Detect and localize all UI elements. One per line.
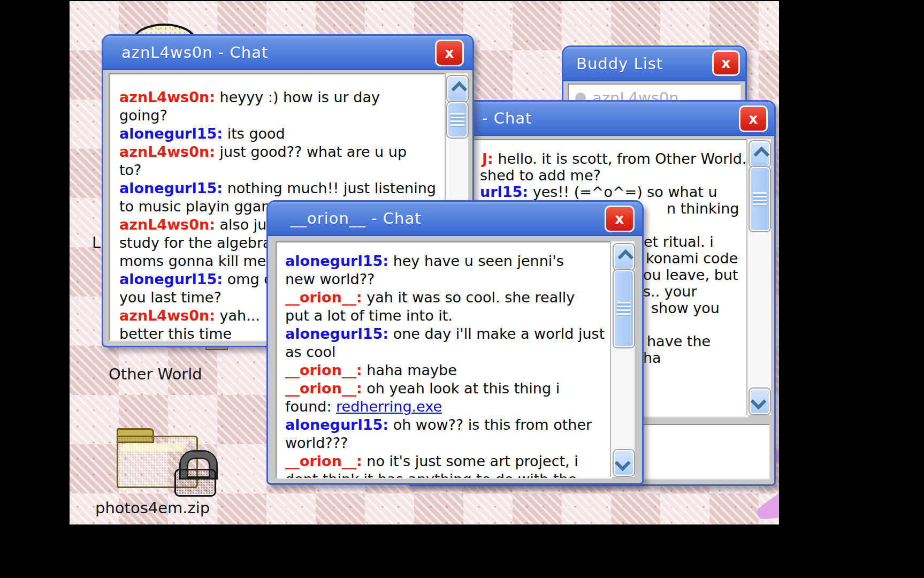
scroll-up-button[interactable] (750, 141, 770, 167)
chat-message-line: __orion__: oh yeah look at this thing i (285, 379, 609, 398)
thumb-grip (753, 192, 767, 206)
chevron-up-icon (753, 146, 769, 162)
message-text: also ju (215, 216, 266, 233)
chat-message-line: to? (119, 161, 442, 179)
sender-name: alonegurl15: (119, 180, 223, 196)
message-text: yah... (215, 307, 260, 324)
message-text: to? (119, 162, 141, 178)
chat-message-line: alonegurl15: oh wow?? is this from other (285, 416, 609, 434)
sender-name: __orion__: (285, 380, 362, 397)
sender-name: __orion__: (285, 453, 362, 469)
close-button[interactable]: x (605, 206, 635, 232)
sender-name: __orion__: (285, 289, 362, 306)
message-text: haha maybe (362, 362, 457, 378)
sender-name: aznL4ws0n: (119, 307, 215, 324)
chat-message-line: going? (119, 107, 442, 125)
scroll-thumb[interactable] (614, 270, 634, 347)
message-text: found: (285, 398, 336, 415)
chat-message-line: alonegurl15: nothing much!! just listeni… (119, 179, 442, 197)
message-text: its good (223, 125, 285, 142)
message-text: better this time (119, 325, 232, 341)
scroll-down-button[interactable] (614, 450, 634, 476)
chat-message-line: aznL4ws0n: just good?? what are u up (119, 143, 442, 161)
message-text: just good?? what are u up (215, 143, 407, 160)
buddy-list-titlebar[interactable]: Buddy List x (563, 47, 745, 81)
chat-message-line: put a lot of time into it. (285, 307, 609, 325)
message-text: heyyy :) how is ur day (215, 89, 380, 105)
sender-name: alonegurl15: (285, 325, 388, 342)
message-text: dont think it has anything to do with th… (285, 471, 577, 479)
chat1-titlebar[interactable]: aznL4ws0n - Chat x (103, 36, 472, 70)
message-text: new world?? (285, 271, 375, 287)
sender-name: alonegurl15: (285, 253, 388, 269)
chat3-scrollbar[interactable] (610, 241, 635, 477)
sender-name: aznL4ws0n: (119, 89, 215, 105)
other-world-label[interactable]: Other World (109, 365, 202, 383)
thumb-grip (617, 302, 631, 316)
message-text: one day i'll make a world just (388, 325, 605, 342)
chat-message-line: dont think it has anything to do with th… (285, 470, 609, 479)
chat3-message-area: alonegurl15: hey have u seen jenni'snew … (276, 241, 612, 479)
chat3-title: __orion__ - Chat (291, 209, 422, 227)
chat-window-orion: __orion__ - Chat x alonegurl15: hey have… (266, 200, 644, 485)
desktop: L Other World photos4em.zip Buddy List x… (70, 1, 779, 524)
message-text: study for the algebra (119, 234, 272, 251)
chevron-down-icon (750, 393, 766, 409)
chat-message-line: alonegurl15: one day i'll make a world j… (285, 325, 609, 343)
message-text: omg d (223, 271, 273, 287)
chat3-titlebar[interactable]: __orion__ - Chat x (268, 202, 642, 236)
message-text: no it's just some art project, i (362, 453, 578, 469)
chat1-title: aznL4ws0n - Chat (121, 43, 268, 62)
zip-label[interactable]: photos4em.zip (95, 499, 210, 517)
message-text: you last time? (119, 289, 222, 306)
scroll-up-button[interactable] (447, 76, 468, 102)
padlock-icon (174, 452, 216, 496)
buddy-list-title: Buddy List (576, 55, 663, 73)
close-button[interactable]: x (739, 105, 768, 132)
sender-name: __orion__: (285, 362, 362, 378)
sender-name: alonegurl15: (119, 271, 223, 287)
sender-name: aznL4ws0n: (119, 216, 215, 233)
scroll-up-button[interactable] (614, 244, 634, 270)
hidden-icon-label: L (92, 233, 101, 252)
folder-shine (120, 443, 186, 452)
message-text: going? (119, 107, 167, 124)
padlock-body (174, 469, 216, 497)
chat-message-line: found: redherring.exe (285, 398, 609, 416)
message-text: moms gonna kill meee (119, 253, 284, 269)
chat2-title: - Chat (482, 109, 532, 127)
message-text: world??? (285, 435, 348, 451)
message-text: yah it was so cool. she really (362, 289, 575, 306)
message-text: oh wow?? is this from other (388, 416, 592, 433)
chat-message-line: __orion__: haha maybe (285, 361, 609, 379)
close-button[interactable]: x (435, 40, 464, 66)
sender-name: alonegurl15: (285, 416, 388, 433)
scroll-thumb[interactable] (750, 167, 770, 231)
chevron-up-icon (451, 81, 467, 97)
chat2-scrollbar[interactable] (746, 139, 771, 415)
chat-message-line: new world?? (285, 270, 609, 288)
message-text: nothing much!! just listening (223, 180, 436, 196)
scroll-down-button[interactable] (750, 389, 770, 414)
redherring-link[interactable]: redherring.exe (336, 398, 442, 415)
chat-message-line: aznL4ws0n: heyyy :) how is ur day (119, 88, 442, 107)
chat-message-line: alonegurl15: its good (119, 125, 442, 143)
chat-message-line: __orion__: no it's just some art project… (285, 452, 609, 470)
sender-name: aznL4ws0n: (119, 143, 215, 160)
chevron-down-icon (614, 455, 630, 471)
scroll-thumb[interactable] (447, 102, 468, 138)
sender-name: alonegurl15: (119, 125, 223, 142)
chat-message-line: __orion__: yah it was so cool. she reall… (285, 288, 609, 307)
message-text: oh yeah look at this thing i (362, 380, 560, 397)
message-text: put a lot of time into it. (285, 307, 453, 324)
chevron-up-icon (617, 249, 633, 265)
chat-message-line: world??? (285, 434, 609, 452)
locked-folder-icon[interactable] (117, 428, 198, 488)
close-button[interactable]: x (712, 50, 740, 76)
message-text: hey have u seen jenni's (388, 253, 564, 269)
chat-message-line: alonegurl15: hey have u seen jenni's (285, 252, 609, 270)
message-text: as cool (285, 344, 336, 360)
chat-message-line: as cool (285, 343, 609, 361)
thumb-grip (450, 113, 464, 127)
